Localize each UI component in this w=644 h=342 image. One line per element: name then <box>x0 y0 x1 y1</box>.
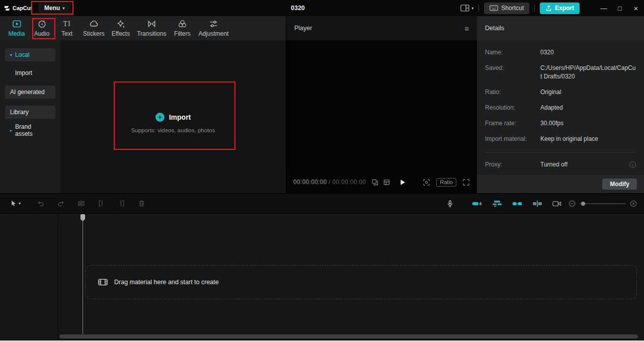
minimize-button[interactable]: — <box>596 0 612 16</box>
ratio-button[interactable]: Ratio <box>436 178 456 187</box>
tab-label: Audio <box>34 30 50 37</box>
player-header: Player ≡ <box>286 16 477 40</box>
sidebar-item-import[interactable]: Import <box>5 68 55 77</box>
window-controls: — □ × <box>596 0 644 16</box>
timecode-total: 00:00:00:00 <box>333 179 366 186</box>
focus-icon[interactable] <box>423 179 430 186</box>
media-icon <box>12 19 22 29</box>
player-right-controls: Ratio <box>423 178 470 187</box>
linking-icon[interactable] <box>512 200 522 207</box>
adjustment-icon <box>209 19 218 29</box>
sidebar-item-brand-assets[interactable]: ▸ Brand assets <box>5 126 55 135</box>
timeline-zoom-controls <box>569 200 637 207</box>
chevron-down-icon: ▾ <box>62 6 64 11</box>
tab-transitions[interactable]: Transitions <box>133 16 170 40</box>
export-button[interactable]: Export <box>540 3 580 14</box>
sidebar-item-ai-generated[interactable]: AI generated <box>5 86 55 99</box>
layout-switcher-button[interactable]: ▾ <box>460 5 473 12</box>
redo-icon[interactable] <box>56 198 65 210</box>
tab-label: Effects <box>112 30 130 37</box>
player-mid-controls <box>372 179 406 186</box>
detail-value: Adapted <box>540 104 636 112</box>
tab-filters[interactable]: Filters <box>170 16 195 40</box>
auto-snapping-icon[interactable] <box>492 200 502 207</box>
sidebar-item-label: Import <box>15 69 32 76</box>
player-controls: 00:00:00:00 / 00:00:00:00 Ratio <box>286 171 477 193</box>
triangle-right-icon: ▸ <box>10 128 12 133</box>
menu-label: Menu <box>44 5 60 12</box>
details-panel: Details Name: 0320 Saved: C:/Users/HP/Ap… <box>477 16 644 193</box>
sidebar-item-library[interactable]: Library <box>5 106 55 119</box>
undo-icon[interactable] <box>36 198 45 210</box>
detail-row-saved: Saved: C:/Users/HP/AppData/Local/CapCut … <box>485 64 636 81</box>
timecode: 00:00:00:00 / 00:00:00:00 <box>293 179 366 186</box>
tab-stickers[interactable]: Stickers <box>79 16 108 40</box>
timeline-dropzone[interactable]: Drag material here and start to create <box>86 265 637 299</box>
detail-label: Name: <box>485 48 540 57</box>
import-dropzone[interactable]: + Import Supports: videos, audios, photo… <box>60 40 286 193</box>
play-button[interactable] <box>400 179 406 186</box>
titlebar-divider <box>478 5 479 12</box>
player-viewport[interactable] <box>286 40 477 171</box>
maximize-button[interactable]: □ <box>612 0 628 16</box>
tab-media[interactable]: Media <box>4 16 29 40</box>
split-icon[interactable] <box>76 198 86 210</box>
detail-value: Turned off <box>540 160 568 169</box>
text-icon: TI <box>63 19 70 29</box>
delete-left-icon[interactable] <box>97 198 106 210</box>
tab-audio[interactable]: Audio <box>29 16 54 40</box>
tab-text[interactable]: TI Text <box>54 16 79 40</box>
main-track-magnet-icon[interactable] <box>472 200 482 207</box>
sidebar-item-local[interactable]: ▾ Local <box>5 48 55 61</box>
zoom-slider[interactable] <box>580 203 626 204</box>
tab-adjustment[interactable]: Adjustment <box>195 16 232 40</box>
detail-row-proxy: Proxy: Turned off i <box>485 160 636 169</box>
close-button[interactable]: × <box>628 0 644 16</box>
detail-value: 30.00fps <box>540 119 636 128</box>
delete-icon[interactable] <box>137 198 146 210</box>
render-preview-icon[interactable] <box>552 200 561 207</box>
media-sidebar: ▾ Local Import AI generated Library ▸ Br… <box>0 40 60 193</box>
titlebar-right: ▾ Shortcut Export — □ × <box>460 0 644 16</box>
effects-icon <box>116 19 125 29</box>
shortcut-button[interactable]: Shortcut <box>484 3 529 14</box>
modify-button[interactable]: Modify <box>602 179 637 190</box>
zoom-slider-knob[interactable] <box>581 202 585 206</box>
detail-value: Original <box>540 88 636 97</box>
tab-label: Stickers <box>83 30 105 37</box>
select-tool-button[interactable]: ▾ <box>7 198 23 210</box>
preview-axis-icon[interactable] <box>532 200 542 207</box>
player-menu-icon[interactable]: ≡ <box>464 24 469 33</box>
import-title: Import <box>169 113 191 121</box>
playhead-line <box>83 215 83 334</box>
zoom-out-icon[interactable] <box>569 200 576 207</box>
detail-row-import-material: Import material: Keep in original place <box>485 135 636 143</box>
fullscreen-icon[interactable] <box>462 179 470 186</box>
tab-label: Media <box>9 30 25 37</box>
detail-value: C:/Users/HP/AppData/Local/CapCut Drafts/… <box>540 64 636 81</box>
frame-list-icon[interactable] <box>383 179 390 186</box>
delete-right-icon[interactable] <box>117 198 126 210</box>
tab-effects[interactable]: Effects <box>108 16 133 40</box>
frame-grid-icon[interactable] <box>372 179 378 186</box>
menu-button[interactable]: Menu ▾ <box>38 3 70 14</box>
titlebar: CapCut Menu ▾ 0320 ▾ Shortcut <box>0 0 644 16</box>
zoom-in-icon[interactable] <box>630 200 637 207</box>
horizontal-scrollbar[interactable] <box>59 334 638 338</box>
timeline[interactable]: Drag material here and start to create <box>0 214 644 340</box>
playhead[interactable] <box>80 214 85 334</box>
tab-label: Filters <box>174 30 191 37</box>
details-divider <box>485 152 636 153</box>
details-body: Name: 0320 Saved: C:/Users/HP/AppData/Lo… <box>477 40 644 169</box>
tab-label: Text <box>61 30 72 37</box>
player-panel: Player ≡ 00:00:00:00 / 00:00:00:00 <box>286 16 477 193</box>
sidebar-item-label: AI generated <box>10 89 45 96</box>
detail-value: Keep in original place <box>540 135 636 143</box>
media-panel: Media Audio TI Text Stickers <box>0 16 286 193</box>
project-title: 0320 <box>291 0 305 16</box>
capcut-window: CapCut Menu ▾ 0320 ▾ Shortcut <box>0 0 644 342</box>
info-icon[interactable]: i <box>629 161 636 168</box>
detail-label: Proxy: <box>485 160 540 169</box>
record-voiceover-icon[interactable] <box>446 200 454 208</box>
details-title: Details <box>485 25 504 32</box>
